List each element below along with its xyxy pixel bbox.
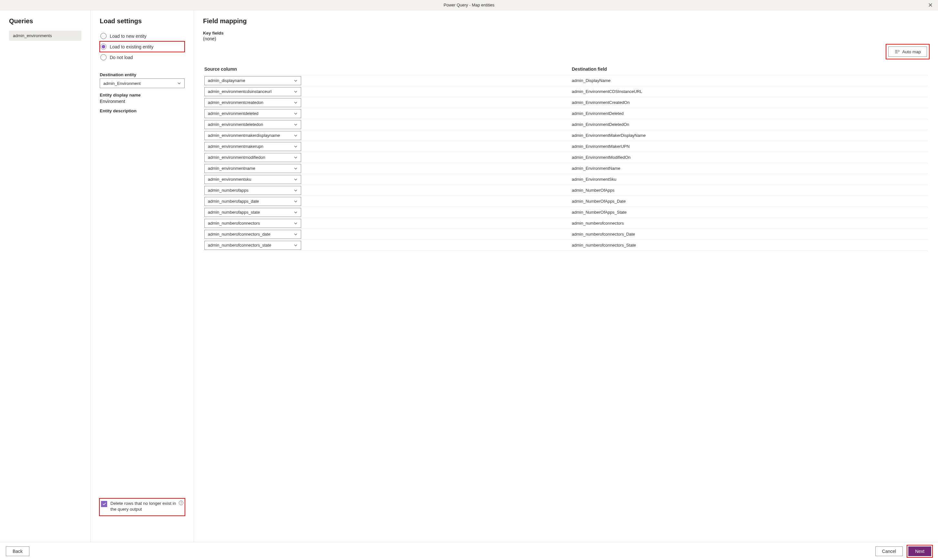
query-item[interactable]: admin_environments	[9, 31, 81, 41]
load-settings-pane: Load settings Load to new entity Load to…	[91, 10, 194, 542]
automap-button[interactable]: Auto map	[888, 46, 927, 57]
source-column-value: admin_environmentcreatedon	[208, 100, 263, 105]
destination-field-value: admin_EnvironmentModifiedOn	[572, 155, 927, 160]
load-settings-heading: Load settings	[100, 17, 185, 25]
source-column-value: admin_environmentmakerupn	[208, 144, 263, 149]
dest-entity-select[interactable]: admin_Environment	[100, 78, 185, 88]
checkbox-icon[interactable]	[101, 501, 107, 507]
source-column-select[interactable]: admin_environmentmakerdisplayname	[205, 131, 301, 140]
destination-field-value: admin_EnvironmentMakerDisplayName	[572, 133, 927, 138]
dest-entity-value: admin_Environment	[103, 81, 141, 86]
radio-icon	[100, 54, 106, 60]
field-mapping-pane: Field mapping Key fields (none) Auto map…	[194, 10, 938, 542]
chevron-down-icon	[294, 200, 298, 203]
source-column-select[interactable]: admin_numberofconnectors	[205, 219, 301, 228]
source-column-select[interactable]: admin_numberofconnectors_state	[205, 241, 301, 250]
chevron-down-icon	[294, 134, 298, 137]
source-column-select[interactable]: admin_environmentname	[205, 164, 301, 173]
close-icon[interactable]: ✕	[926, 2, 935, 9]
destination-field-value: admin_NumberOfApps	[572, 188, 927, 193]
mapping-row: admin_environmentdeletedadmin_Environmen…	[203, 108, 928, 119]
source-column-select[interactable]: admin_environmentdeleted	[205, 109, 301, 118]
chevron-down-icon	[294, 232, 298, 236]
source-column-value: admin_numberofconnectors	[208, 221, 260, 226]
destination-field-value: admin_EnvironmentDeleted	[572, 111, 927, 116]
source-column-value: admin_numberofapps_date	[208, 199, 259, 204]
titlebar: Power Query - Map entities ✕	[0, 0, 938, 10]
chevron-down-icon	[294, 166, 298, 171]
source-column-select[interactable]: admin_numberofapps_date	[205, 197, 301, 206]
display-name-value: Environment	[100, 99, 185, 104]
chevron-down-icon	[294, 112, 298, 115]
source-column-select[interactable]: admin_environmentmakerupn	[205, 142, 301, 151]
queries-pane: Queries admin_environments	[0, 10, 91, 542]
chevron-down-icon	[294, 243, 298, 247]
source-column-value: admin_environmentsku	[208, 177, 251, 182]
source-column-select[interactable]: admin_environmentmodifiedon	[205, 153, 301, 162]
chevron-down-icon	[294, 123, 298, 126]
destination-field-value: admin_EnvironmentName	[572, 166, 927, 171]
display-name-label: Entity display name	[100, 92, 185, 97]
next-button[interactable]: Next	[908, 546, 931, 556]
source-column-select[interactable]: admin_numberofapps	[205, 186, 301, 195]
radio-load-new[interactable]: Load to new entity	[100, 31, 185, 41]
chevron-down-icon	[294, 145, 298, 148]
radio-label: Load to existing entity	[110, 44, 153, 49]
cancel-button[interactable]: Cancel	[875, 546, 903, 556]
source-column-select[interactable]: admin_environmentcreatedon	[205, 98, 301, 107]
dest-entity-label: Destination entity	[100, 72, 185, 77]
source-column-value: admin_numberofconnectors_date	[208, 232, 271, 237]
radio-do-not-load[interactable]: Do not load	[100, 52, 185, 63]
mapping-row: admin_numberofapps_dateadmin_NumberOfApp…	[203, 196, 928, 207]
mapping-row: admin_environmentnameadmin_EnvironmentNa…	[203, 163, 928, 174]
chevron-down-icon	[294, 155, 298, 160]
mapping-header: Source column Destination field	[203, 65, 928, 75]
destination-field-value: admin_NumberOfApps_Date	[572, 199, 927, 204]
mapping-row: admin_numberofapps_stateadmin_NumberOfAp…	[203, 207, 928, 218]
automap-label: Auto map	[902, 49, 921, 54]
radio-label: Do not load	[110, 55, 133, 60]
key-fields-value: (none)	[203, 36, 929, 41]
destination-field-value: admin_EnvironmentDeletedOn	[572, 122, 927, 127]
source-column-select[interactable]: admin_environmentdeletedon	[205, 120, 301, 129]
mapping-row: admin_displaynameadmin_DisplayName	[203, 75, 928, 86]
delete-rows-label: Delete rows that no longer exist in the …	[111, 501, 177, 512]
source-column-value: admin_numberofconnectors_state	[208, 243, 271, 248]
destination-field-value: admin_numberofconnectors_Date	[572, 232, 927, 237]
source-column-select[interactable]: admin_environmentsku	[205, 175, 301, 184]
destination-field-value: admin_EnvironmentCreatedOn	[572, 100, 927, 105]
back-button[interactable]: Back	[6, 546, 29, 556]
radio-icon	[100, 33, 106, 39]
mapping-row: admin_environmentdeletedonadmin_Environm…	[203, 119, 928, 130]
source-column-select[interactable]: admin_displayname	[205, 76, 301, 85]
mapping-row: admin_environmentskuadmin_EnvironmentSku	[203, 174, 928, 185]
destination-field-value: admin_EnvironmentSku	[572, 177, 927, 182]
source-column-value: admin_numberofapps	[208, 188, 249, 193]
chevron-down-icon	[294, 177, 298, 182]
radio-load-existing[interactable]: Load to existing entity	[100, 41, 185, 52]
source-column-value: admin_environmentname	[208, 166, 255, 171]
field-mapping-heading: Field mapping	[203, 17, 929, 25]
mapping-row: admin_numberofappsadmin_NumberOfApps	[203, 185, 928, 196]
queries-heading: Queries	[9, 17, 81, 25]
dest-field-header: Destination field	[572, 66, 927, 72]
source-column-select[interactable]: admin_numberofapps_state	[205, 208, 301, 217]
chevron-down-icon	[294, 211, 298, 214]
window-title: Power Query - Map entities	[443, 3, 495, 8]
chevron-down-icon	[294, 101, 298, 105]
info-icon[interactable]: i	[179, 501, 183, 505]
mapping-table[interactable]: Source column Destination field admin_di…	[203, 65, 929, 535]
mapping-row: admin_environmentmodifiedonadmin_Environ…	[203, 152, 928, 163]
mapping-row: admin_environmentmakerupnadmin_Environme…	[203, 141, 928, 152]
chevron-down-icon	[294, 79, 298, 83]
footer: Back Cancel Next	[0, 542, 938, 560]
source-column-select[interactable]: admin_numberofconnectors_date	[205, 230, 301, 239]
source-column-select[interactable]: admin_environmentcdsinstanceurl	[205, 87, 301, 96]
source-column-value: admin_environmentmodifiedon	[208, 155, 265, 160]
source-column-value: admin_environmentmakerdisplayname	[208, 133, 280, 138]
mapping-row: admin_environmentcreatedonadmin_Environm…	[203, 97, 928, 108]
radio-label: Load to new entity	[110, 34, 146, 39]
delete-rows-option[interactable]: Delete rows that no longer exist in the …	[100, 498, 185, 515]
mapping-row: admin_numberofconnectors_dateadmin_numbe…	[203, 229, 928, 240]
chevron-down-icon	[294, 189, 298, 192]
